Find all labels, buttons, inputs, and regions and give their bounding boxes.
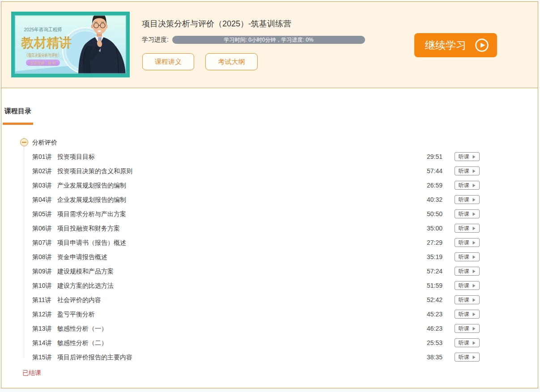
- svg-text:2025年咨询工程师: 2025年咨询工程师: [24, 27, 62, 32]
- svg-text:教材精讲: 教材精讲: [21, 36, 72, 50]
- svg-text:《项目决策分析与评价》: 《项目决策分析与评价》: [25, 52, 61, 58]
- svg-text:主讲老师：林 轩: 主讲老师：林 轩: [30, 61, 56, 65]
